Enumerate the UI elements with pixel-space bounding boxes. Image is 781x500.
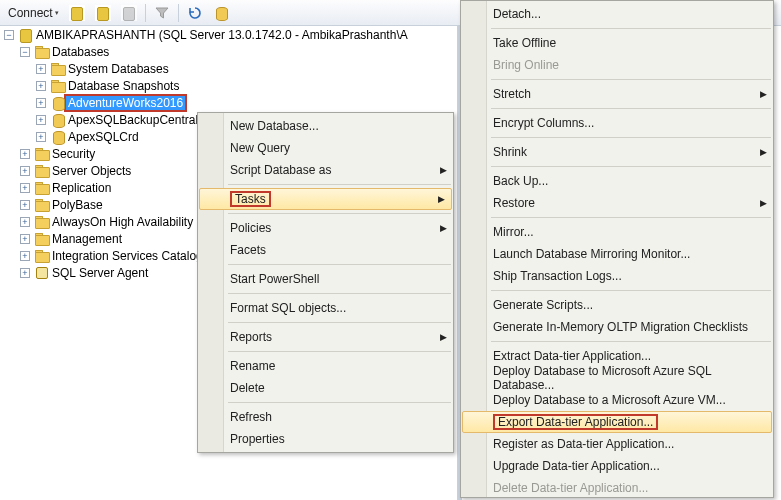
menu-label: Ship Transaction Logs... bbox=[493, 269, 622, 283]
menu-backup[interactable]: Back Up... bbox=[461, 170, 773, 192]
menu-deploy-azure-vm[interactable]: Deploy Database to a Microsoft Azure VM.… bbox=[461, 389, 773, 411]
menu-separator bbox=[228, 293, 451, 294]
refresh-icon[interactable] bbox=[183, 3, 207, 23]
tree-label: ApexSQLCrd bbox=[66, 130, 141, 144]
menu-new-query[interactable]: New Query bbox=[198, 137, 453, 159]
menu-label: New Query bbox=[230, 141, 290, 155]
tree-database-snapshots[interactable]: + Database Snapshots bbox=[0, 77, 457, 94]
submenu-arrow-icon: ▶ bbox=[440, 332, 447, 342]
menu-label: Generate In-Memory OLTP Migration Checkl… bbox=[493, 320, 748, 334]
menu-label: Script Database as bbox=[230, 163, 331, 177]
tree-system-databases[interactable]: + System Databases bbox=[0, 60, 457, 77]
menu-policies[interactable]: Policies▶ bbox=[198, 217, 453, 239]
menu-label: Launch Database Mirroring Monitor... bbox=[493, 247, 690, 261]
menu-facets[interactable]: Facets bbox=[198, 239, 453, 261]
tree-databases-node[interactable]: − Databases bbox=[0, 43, 457, 60]
database-icon bbox=[50, 95, 66, 111]
menu-separator bbox=[228, 402, 451, 403]
tree-label: Replication bbox=[50, 181, 113, 195]
menu-generate-scripts[interactable]: Generate Scripts... bbox=[461, 294, 773, 316]
tree-adventureworks[interactable]: + AdventureWorks2016 bbox=[0, 94, 457, 111]
menu-label: Tasks bbox=[235, 192, 266, 206]
folder-icon bbox=[34, 146, 50, 162]
database-icon bbox=[50, 129, 66, 145]
submenu-arrow-icon: ▶ bbox=[760, 147, 767, 157]
menu-label: Delete Data-tier Application... bbox=[493, 481, 648, 495]
stop-icon[interactable] bbox=[117, 3, 141, 23]
menu-label: Refresh bbox=[230, 410, 272, 424]
menu-label: Detach... bbox=[493, 7, 541, 21]
database-icon bbox=[50, 112, 66, 128]
menu-stretch[interactable]: Stretch▶ bbox=[461, 83, 773, 105]
menu-label: Generate Scripts... bbox=[493, 298, 593, 312]
menu-shrink[interactable]: Shrink▶ bbox=[461, 141, 773, 163]
menu-label: Deploy Database to a Microsoft Azure VM.… bbox=[493, 393, 726, 407]
menu-label: Restore bbox=[493, 196, 535, 210]
menu-script-database-as[interactable]: Script Database as▶ bbox=[198, 159, 453, 181]
menu-reports[interactable]: Reports▶ bbox=[198, 326, 453, 348]
connect-label: Connect bbox=[8, 6, 53, 20]
menu-separator bbox=[228, 213, 451, 214]
menu-label: Shrink bbox=[493, 145, 527, 159]
menu-label: Upgrade Data-tier Application... bbox=[493, 459, 660, 473]
folder-icon bbox=[50, 78, 66, 94]
menu-label: Export Data-tier Application... bbox=[498, 415, 653, 429]
menu-rename[interactable]: Rename bbox=[198, 355, 453, 377]
tree-label: SQL Server Agent bbox=[50, 266, 150, 280]
submenu-arrow-icon: ▶ bbox=[440, 165, 447, 175]
tree-label: AMBIKAPRASHANTH (SQL Server 13.0.1742.0 … bbox=[34, 28, 410, 42]
menu-label: Back Up... bbox=[493, 174, 548, 188]
tasks-submenu: Detach... Take Offline Bring Online Stre… bbox=[460, 0, 774, 498]
menu-new-database[interactable]: New Database... bbox=[198, 115, 453, 137]
connect-button[interactable]: Connect ▾ bbox=[4, 4, 63, 22]
submenu-arrow-icon: ▶ bbox=[440, 223, 447, 233]
menu-label: Reports bbox=[230, 330, 272, 344]
menu-format-sql[interactable]: Format SQL objects... bbox=[198, 297, 453, 319]
menu-restore[interactable]: Restore▶ bbox=[461, 192, 773, 214]
menu-separator bbox=[491, 290, 771, 291]
submenu-arrow-icon: ▶ bbox=[438, 194, 445, 204]
menu-ship-logs[interactable]: Ship Transaction Logs... bbox=[461, 265, 773, 287]
menu-separator bbox=[491, 79, 771, 80]
tree-label: System Databases bbox=[66, 62, 171, 76]
menu-separator bbox=[228, 184, 451, 185]
tree-label: Security bbox=[50, 147, 97, 161]
menu-label: Register as Data-tier Application... bbox=[493, 437, 674, 451]
menu-take-offline[interactable]: Take Offline bbox=[461, 32, 773, 54]
menu-register-dta[interactable]: Register as Data-tier Application... bbox=[461, 433, 773, 455]
folder-icon bbox=[34, 44, 50, 60]
filter-icon[interactable] bbox=[150, 3, 174, 23]
menu-upgrade-dta[interactable]: Upgrade Data-tier Application... bbox=[461, 455, 773, 477]
menu-label: Format SQL objects... bbox=[230, 301, 346, 315]
tree-server-node[interactable]: − AMBIKAPRASHANTH (SQL Server 13.0.1742.… bbox=[0, 26, 457, 43]
menu-tasks[interactable]: Tasks▶ bbox=[199, 188, 452, 210]
folder-icon bbox=[50, 61, 66, 77]
menu-start-powershell[interactable]: Start PowerShell bbox=[198, 268, 453, 290]
tree-label: ApexSQLBackupCentral bbox=[66, 113, 200, 127]
menu-delete[interactable]: Delete bbox=[198, 377, 453, 399]
menu-export-dta[interactable]: Export Data-tier Application... bbox=[462, 411, 772, 433]
menu-deploy-azure-db[interactable]: Deploy Database to Microsoft Azure SQL D… bbox=[461, 367, 773, 389]
folder-icon bbox=[34, 163, 50, 179]
menu-label: Extract Data-tier Application... bbox=[493, 349, 651, 363]
connect-server-icon[interactable] bbox=[65, 3, 89, 23]
disconnect-icon[interactable] bbox=[91, 3, 115, 23]
menu-detach[interactable]: Detach... bbox=[461, 3, 773, 25]
database-context-menu: New Database... New Query Script Databas… bbox=[197, 112, 454, 453]
menu-delete-dta: Delete Data-tier Application... bbox=[461, 477, 773, 499]
menu-refresh[interactable]: Refresh bbox=[198, 406, 453, 428]
menu-properties[interactable]: Properties bbox=[198, 428, 453, 450]
script-icon[interactable] bbox=[209, 3, 233, 23]
menu-mirror[interactable]: Mirror... bbox=[461, 221, 773, 243]
menu-launch-mirror-monitor[interactable]: Launch Database Mirroring Monitor... bbox=[461, 243, 773, 265]
menu-label: Properties bbox=[230, 432, 285, 446]
menu-label: Stretch bbox=[493, 87, 531, 101]
menu-generate-oltp[interactable]: Generate In-Memory OLTP Migration Checkl… bbox=[461, 316, 773, 338]
menu-separator bbox=[491, 166, 771, 167]
menu-label: Rename bbox=[230, 359, 275, 373]
menu-label: Mirror... bbox=[493, 225, 534, 239]
menu-encrypt-columns[interactable]: Encrypt Columns... bbox=[461, 112, 773, 134]
folder-icon bbox=[34, 197, 50, 213]
menu-separator bbox=[491, 217, 771, 218]
menu-separator bbox=[228, 351, 451, 352]
